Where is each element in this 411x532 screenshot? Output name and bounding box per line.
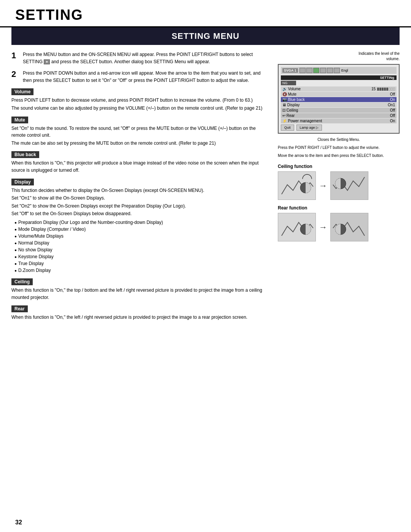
vb-seg-7	[391, 88, 393, 91]
bullet-item: D.Zoom Display	[14, 267, 270, 274]
bullet-item: True Display	[14, 260, 270, 267]
ceiling-before-svg	[280, 173, 314, 198]
mute-text-1: Set "On" to mute the sound. To restore t…	[11, 125, 270, 139]
volume-section: Volume Press POINT LEFT button to decrea…	[11, 88, 270, 112]
menu-icon-1	[299, 68, 306, 73]
ceiling-text: When this function is "On," the top / bo…	[11, 287, 270, 301]
page-number: 32	[15, 519, 22, 526]
step-2: 2 Press the POINT DOWN button and a red-…	[11, 70, 270, 85]
bullet-item: No show Display	[14, 246, 270, 253]
vb-seg-2	[379, 88, 381, 91]
menu-display-label: 🖥 Display	[282, 103, 388, 107]
main-content: 1 Press the MENU button and the ON-SCREE…	[0, 45, 411, 326]
blue-back-text: When this function is "On," this project…	[11, 160, 270, 174]
menu-display-row: 🖥 Display On1	[281, 102, 397, 107]
menu-mute-value: Off	[390, 92, 395, 96]
menu-ceiling-value: Off	[390, 108, 395, 112]
lamp-arrow-icon: ▷	[316, 126, 319, 129]
vb-seg-4	[384, 88, 386, 91]
menu-icon-3	[313, 68, 319, 73]
rear-before-svg	[280, 215, 314, 240]
mute-section: Mute Set "On" to mute the sound. To rest…	[11, 117, 270, 147]
menu-icon-2	[306, 68, 312, 73]
rear-text: When this function is "On," the left / r…	[11, 314, 270, 321]
mute-label: Mute	[11, 117, 28, 123]
vb-seg-6	[389, 88, 390, 91]
right-annotations: Press the POINT RIGHT / LEFT button to a…	[278, 145, 400, 158]
vb-seg-1	[377, 88, 379, 91]
menu-power-label: ⚡ Power management	[282, 119, 390, 123]
bullet-item: Normal Display	[14, 240, 270, 246]
menu-blueback-value: On	[390, 97, 395, 102]
menu-setting-title: SETTINg	[281, 75, 397, 80]
ceiling-function-diagrams: →	[278, 171, 400, 200]
rear-function-diagrams: →	[278, 213, 400, 241]
rear-function-label: Rear function	[278, 205, 400, 211]
ceiling-after-diagram	[330, 171, 368, 200]
volume-text-2: The sound volume can be also adjusted by…	[11, 105, 270, 112]
menu-mute-row: 🔇 Mute Off	[281, 92, 397, 97]
menu-blueback-label: 📷 Blue back	[282, 97, 390, 102]
menu-rear-label: ↩ Rear	[282, 113, 390, 118]
menu-icon-5	[327, 68, 333, 73]
display-text-3: Set "On2" to show the On-Screen Displays…	[11, 203, 270, 210]
page-title: SETTING	[15, 7, 396, 23]
step-1-text: Press the MENU button and the ON-SCREEN …	[23, 51, 270, 65]
display-text-1: This function decides whether to display…	[11, 187, 270, 194]
step-2-text: Press the POINT DOWN button and a red-ar…	[23, 70, 270, 84]
menu-engl-label: Engl	[341, 69, 348, 72]
ceiling-section: Ceiling When this function is "On," the …	[11, 278, 270, 301]
menu-lamp-btn: Lamp age ▷	[296, 125, 322, 131]
bullet-item: Volume/Mute Displays	[14, 233, 270, 240]
menu-display-value: On1	[388, 103, 395, 107]
mute-text-2: The mute can be also set by pressing the…	[11, 140, 270, 147]
vb-seg-5	[386, 88, 388, 91]
rear-section: Rear When this function is "On," the lef…	[11, 305, 270, 321]
menu-mute-label: 🔇 Mute	[282, 92, 390, 96]
bullet-item: Mode Display (Computer / Video)	[14, 226, 270, 233]
display-label: Display	[11, 179, 34, 185]
menu-quit-btn: Quit	[281, 125, 294, 131]
menu-volume-value: 15	[371, 87, 376, 91]
menu-rear-row: ↩ Rear Off	[281, 113, 397, 118]
menu-blueback-row: 📷 Blue back On	[281, 97, 397, 102]
volume-label: Volume	[11, 88, 33, 95]
display-bullet-list: Preparation Display (Our Logo and the Nu…	[14, 219, 270, 274]
svga-badge: SVGA 1	[282, 68, 298, 73]
rear-arrow-icon: →	[319, 222, 327, 232]
ceiling-arrow-icon: →	[319, 181, 327, 191]
menu-bottom-row: Quit Lamp age ▷	[281, 125, 397, 131]
step-2-number: 2	[11, 70, 20, 85]
ceiling-function-label: Ceiling function	[278, 164, 400, 169]
display-text-4: Set "Off" to set the On-Screen Displays …	[11, 210, 270, 217]
section-title: SETTING MENU	[11, 27, 400, 45]
volume-bar	[377, 88, 395, 91]
vb-seg-3	[382, 88, 384, 91]
menu-ng-bar: NG	[281, 81, 296, 85]
page-header: SETTING	[0, 0, 411, 27]
rear-after-svg	[332, 215, 366, 240]
rear-before-diagram	[278, 213, 316, 241]
rear-label: Rear	[11, 305, 28, 312]
ceiling-before-diagram	[278, 171, 316, 200]
left-column: 1 Press the MENU button and the ON-SCREE…	[11, 51, 270, 326]
menu-power-value: On	[390, 119, 395, 123]
rear-after-diagram	[330, 213, 368, 241]
menu-screenshot: SVGA 1 Engl SETTINg NG	[278, 64, 400, 134]
volume-text-1: Press POINT LEFT button to decrease volu…	[11, 97, 270, 104]
menu-icon-4	[320, 68, 326, 73]
menu-top-bar: SVGA 1 Engl	[281, 67, 397, 74]
arrow-note-annotation: Move the arrow to the item and then pres…	[278, 153, 400, 158]
menu-rear-value: Off	[390, 113, 395, 118]
display-text-2: Set "On1" to show all the On-Screen Disp…	[11, 195, 270, 202]
menu-lamp-label: Lamp age	[300, 126, 315, 129]
closes-setting-note: Closes the Setting Menu.	[278, 137, 400, 142]
menu-ceiling-row: ⊡ Ceiling Off	[281, 108, 397, 113]
blue-back-section: Blue back When this function is "On," th…	[11, 151, 270, 174]
display-section: Display This function decides whether to…	[11, 179, 270, 274]
menu-power-row: ⚡ Power management On	[281, 118, 397, 123]
point-button-annotation: Press the POINT RIGHT / LEFT button to a…	[278, 145, 400, 150]
menu-ceiling-label: ⊡ Ceiling	[282, 108, 390, 112]
menu-icons-row: Engl	[299, 68, 348, 73]
bullet-item: Keystone Display	[14, 253, 270, 260]
